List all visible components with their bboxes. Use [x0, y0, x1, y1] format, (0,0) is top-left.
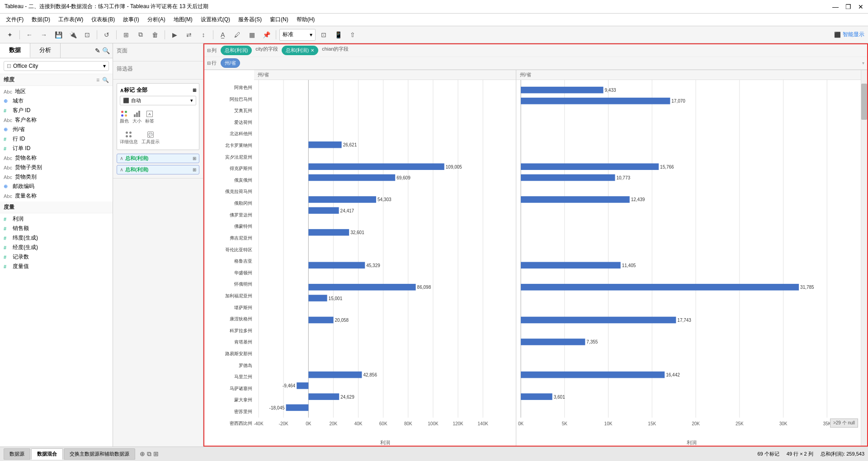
svg-text:3,601: 3,601	[554, 395, 565, 400]
svg-rect-58	[521, 284, 799, 291]
menu-file[interactable]: 文件(F)	[2, 14, 27, 25]
tab-data[interactable]: 数据	[0, 43, 30, 58]
menu-window[interactable]: 窗口(N)	[266, 14, 292, 25]
marks-edit-icon[interactable]: ⊞	[193, 88, 196, 93]
toolbar-device-btn[interactable]: 📱	[332, 28, 344, 41]
row-pill-0[interactable]: 州/省	[221, 58, 240, 68]
marks-label-btn[interactable]: A 标签	[145, 111, 154, 124]
col-shelf-row: ⊟ 列 总和(利润) city的字段 总和(利润) ✕ chian的字段	[204, 44, 867, 57]
field-longitude[interactable]: # 经度(生成)	[0, 243, 113, 252]
field-state[interactable]: ⊕ 州/省	[0, 125, 113, 134]
field-state-label: 州/省	[13, 126, 25, 133]
marks-detail-btn[interactable]: 详细信息	[120, 132, 138, 145]
chart-scrollbar[interactable]	[861, 70, 867, 446]
marks-type-dropdown[interactable]: ⬛ 自动 ▾	[120, 96, 196, 105]
toolbar-sort-btn[interactable]: ↕	[197, 28, 210, 41]
marks-tooltip-btn[interactable]: 💬 工具提示	[142, 132, 160, 145]
toolbar-pin-btn[interactable]: 📌	[260, 28, 273, 41]
menu-data[interactable]: 数据(D)	[28, 14, 54, 25]
field-record-count[interactable]: # 记录数	[0, 252, 113, 262]
shelf-profit-2-edit[interactable]: ⊞	[193, 167, 196, 172]
col-pill-0[interactable]: 总和(利润)	[221, 46, 252, 55]
menu-dashboard[interactable]: 仪表板(B)	[88, 14, 118, 25]
menu-worksheet[interactable]: 工作表(W)	[55, 14, 87, 25]
field-profit[interactable]: # 利润	[0, 214, 113, 224]
toolbar-present-btn[interactable]: ▶	[168, 28, 181, 41]
zoom-dropdown[interactable]: 标准 ▾	[279, 29, 316, 41]
field-customer-id[interactable]: # 客户 ID	[0, 106, 113, 115]
minimize-btn[interactable]: —	[832, 3, 839, 10]
data-tab-search-icon[interactable]: 🔍	[102, 47, 110, 54]
dim-search-icon[interactable]: 🔍	[102, 77, 109, 83]
toolbar-back-btn[interactable]: ←	[23, 28, 36, 41]
toolbar-dup-ws-btn[interactable]: ⧉	[134, 28, 147, 41]
toolbar-tooltip-btn[interactable]: 🖊	[231, 28, 244, 41]
toolbar-fix-btn[interactable]: ⊡	[317, 28, 330, 41]
field-product-cat[interactable]: Abc 货物类别	[0, 172, 113, 182]
col-pill-1-close[interactable]: ✕	[311, 48, 314, 53]
tab-copy-icon[interactable]: ⧉	[147, 450, 151, 458]
measures-list: # 利润 # 销售额 # 纬度(生成) # 经度(生成) # 记录数 # 度量值	[0, 213, 113, 272]
field-city[interactable]: ⊕ 城市	[0, 96, 113, 106]
field-customer-name[interactable]: Abc 客户名称	[0, 115, 113, 125]
field-measure-name[interactable]: Abc 度量名称	[0, 191, 113, 201]
axis-container: -40K-20K0K20K40K60K80K100K120K140K 利润 0K…	[254, 419, 867, 446]
dim-sort-icon[interactable]: ≡	[96, 77, 99, 83]
menu-story[interactable]: 故事(I)	[119, 14, 142, 25]
toolbar-share-btn[interactable]: ⇧	[346, 28, 359, 41]
field-latitude[interactable]: # 纬度(生成)	[0, 233, 113, 243]
shelf-profit-2[interactable]: ∧ 总和(利润) ⊞	[117, 165, 199, 174]
close-btn[interactable]: ✕	[858, 3, 863, 10]
toolbar-connect-btn[interactable]: ⊡	[81, 28, 94, 41]
toolbar-sparkle-btn[interactable]: ✦	[4, 28, 16, 41]
field-measure-value[interactable]: # 度量值	[0, 262, 113, 271]
smart-display[interactable]: ⬛ 智能显示	[834, 31, 864, 38]
field-order-id[interactable]: # 订单 ID	[0, 144, 113, 153]
toolbar-table-btn[interactable]: ▦	[245, 28, 258, 41]
tab-exchange[interactable]: 交换主数据源和辅助数据源	[64, 448, 135, 460]
toolbar-new-ws-btn[interactable]: ⊞	[120, 28, 132, 41]
tab-analysis[interactable]: 分析	[30, 43, 61, 58]
menu-server[interactable]: 服务器(S)	[235, 14, 265, 25]
shelf-profit-1[interactable]: ∧ 总和(利润) ⊞	[117, 154, 199, 163]
svg-text:16,442: 16,442	[666, 372, 680, 377]
field-sales[interactable]: # 销售额	[0, 224, 113, 233]
dimensions-list: Abc 地区 ⊕ 城市 # 客户 ID Abc 客户名称 ⊕ 州/省 # 行 I…	[0, 86, 113, 202]
tab-datasource[interactable]: 数据源	[4, 448, 30, 460]
field-postal-code[interactable]: ⊕ 邮政编码	[0, 182, 113, 191]
maximize-btn[interactable]: ❐	[845, 3, 851, 10]
toolbar-save-btn[interactable]: 💾	[52, 28, 65, 41]
shelf-profit-1-edit[interactable]: ⊞	[193, 156, 196, 161]
menu-help[interactable]: 帮助(H)	[293, 14, 319, 25]
svg-text:69,609: 69,609	[396, 175, 410, 180]
shelf-profit-1-icon: ∧	[120, 155, 123, 161]
field-row-id[interactable]: # 行 ID	[0, 134, 113, 144]
marks-expand-icon[interactable]: ∧	[120, 87, 124, 94]
scrollbar-thumb[interactable]	[861, 84, 867, 120]
tab-data-blend[interactable]: 数据混合	[31, 448, 63, 460]
menu-map[interactable]: 地图(M)	[170, 14, 196, 25]
svg-text:9,433: 9,433	[605, 88, 616, 93]
menu-format[interactable]: 设置格式(Q)	[197, 14, 234, 25]
toolbar-new-datasource-btn[interactable]: 🔌	[66, 28, 79, 41]
menu-analysis[interactable]: 分析(A)	[144, 14, 169, 25]
toolbar-swap-btn[interactable]: ⇄	[183, 28, 195, 41]
null-badge[interactable]: >29 个 null	[830, 419, 858, 428]
row-shelf-row: ⊟ 行 州/省 ▾	[204, 57, 867, 70]
col-pill-1[interactable]: 总和(利润) ✕	[282, 46, 318, 55]
field-region[interactable]: Abc 地区	[0, 87, 113, 96]
source-select-dropdown[interactable]: ⊡ Office City ▾	[4, 61, 109, 71]
toolbar-format-btn[interactable]: A̲	[217, 28, 229, 41]
toolbar-del-ws-btn[interactable]: 🗑	[149, 28, 161, 41]
toolbar: ✦ ← → 💾 🔌 ⊡ ↺ ⊞ ⧉ 🗑 ▶ ⇄ ↕ A̲ 🖊 ▦ 📌 标准 ▾ …	[0, 26, 868, 43]
field-product-sub[interactable]: Abc 货物子类别	[0, 163, 113, 172]
toolbar-forward-btn[interactable]: →	[38, 28, 50, 41]
tab-add-icon[interactable]: ⊕	[140, 450, 145, 458]
window-controls[interactable]: — ❐ ✕	[832, 3, 863, 10]
tab-nav-icon[interactable]: ⊞	[153, 450, 159, 458]
data-tab-edit-icon[interactable]: ✎	[95, 47, 100, 54]
field-product-name[interactable]: Abc 货物名称	[0, 153, 113, 163]
marks-color-btn[interactable]: 颜色	[120, 111, 129, 124]
toolbar-undo-btn[interactable]: ↺	[100, 28, 113, 41]
marks-size-btn[interactable]: 大小	[132, 111, 142, 124]
